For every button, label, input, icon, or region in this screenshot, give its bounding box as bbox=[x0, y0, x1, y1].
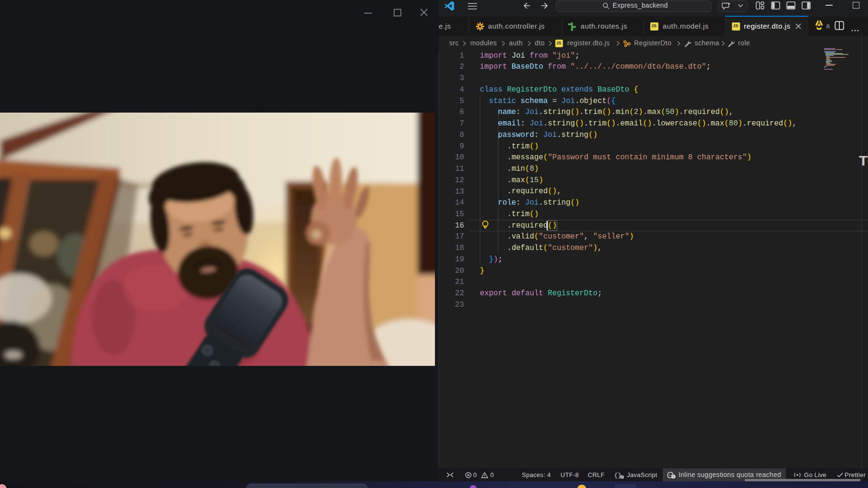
svg-text:{: { bbox=[614, 472, 618, 479]
